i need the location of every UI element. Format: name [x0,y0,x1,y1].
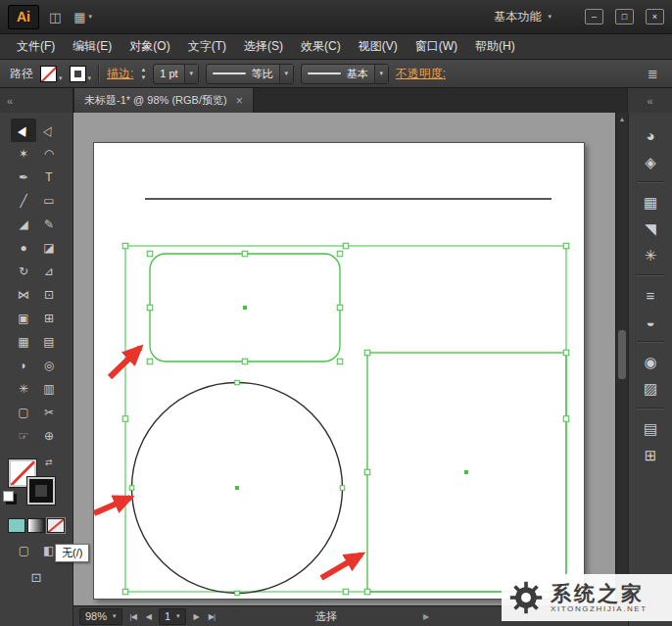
eyedropper-tool[interactable]: ◗ [11,354,36,377]
menu-window[interactable]: 窗口(W) [407,34,466,59]
menu-view[interactable]: 视图(V) [350,34,407,59]
artboard-navigation-select[interactable]: 1 ▾ [159,608,186,625]
screen-mode-button[interactable]: ⊡ [0,570,72,585]
anchor-point[interactable] [364,469,370,475]
pencil-tool[interactable]: ✎ [36,213,62,236]
selection-handle[interactable] [563,243,569,249]
control-panel-menu-icon[interactable]: ≣ [648,67,662,81]
anchor-point[interactable] [337,359,343,364]
document-tab[interactable]: 未标题-1* @ 98% (RGB/预览) × [73,88,254,113]
symbol-sprayer-tool[interactable]: ✳ [11,377,36,401]
pen-tool[interactable]: ✒ [11,166,36,189]
eraser-tool[interactable]: ◪ [36,236,62,260]
gradient-button[interactable] [27,518,45,533]
anchor-point[interactable] [147,251,153,257]
type-tool[interactable]: T [36,166,62,189]
appearance-icon[interactable]: ◉ [636,349,665,375]
menu-help[interactable]: 帮助(H) [466,34,524,59]
selection-bounding-box[interactable] [125,246,566,592]
none-button[interactable] [47,518,65,533]
launch-bridge-button[interactable]: ◫ [46,8,64,26]
selection-handle[interactable] [563,416,569,422]
color-button[interactable] [8,518,25,533]
color-guide-icon[interactable]: ◈ [636,149,665,175]
anchor-point[interactable] [235,380,240,385]
menu-type[interactable]: 文字(T) [179,34,235,59]
anchor-point[interactable] [364,589,370,595]
direct-selection-tool[interactable]: ▷ [36,119,62,142]
graphic-styles-icon[interactable]: ▨ [636,375,665,402]
column-graph-tool[interactable]: ▥ [36,377,62,401]
line-tool[interactable]: ╱ [11,189,36,213]
rotate-tool[interactable]: ↻ [11,260,36,283]
first-artboard-button[interactable]: |◀ [128,612,138,621]
gradient-tool[interactable]: ▤ [36,330,62,354]
anchor-point[interactable] [340,486,345,491]
perspective-grid-tool[interactable]: ⊞ [36,307,62,330]
scale-tool[interactable]: ⊿ [36,260,62,283]
menu-object[interactable]: 对象(O) [120,34,178,59]
zoom-level-select[interactable]: 98% ▾ [79,608,122,625]
shape-builder-tool[interactable]: ▣ [11,307,36,330]
next-artboard-button[interactable]: ▶ [192,612,201,621]
paintbrush-tool[interactable]: ◢ [11,213,36,236]
slice-tool[interactable]: ✂ [36,401,62,424]
symbols-icon[interactable]: ✳ [636,242,665,268]
canvas-area[interactable] [73,113,615,605]
anchor-point[interactable] [563,350,569,356]
anchor-point[interactable] [242,359,248,364]
anchor-point[interactable] [147,359,153,364]
menu-effect[interactable]: 效果(C) [292,34,350,59]
brushes-icon[interactable]: ◥ [636,216,665,242]
minimize-button[interactable]: – [585,9,603,24]
anchor-point[interactable] [147,305,153,311]
selection-handle[interactable] [122,589,128,595]
rectangle-tool[interactable]: ▭ [36,189,62,213]
stroke-panel-icon[interactable]: ≡ [636,282,665,309]
blend-tool[interactable]: ◎ [36,354,62,377]
close-button[interactable]: × [646,9,664,24]
selection-tool[interactable]: ▶ [11,119,36,142]
stroke-weight-stepper[interactable]: ▲ ▼ [140,67,146,80]
arrange-documents-button[interactable]: ▦ ▾ [71,8,95,26]
transparency-icon[interactable]: ◒ [636,309,665,335]
selection-handle[interactable] [343,589,349,595]
width-tool[interactable]: ⋈ [11,283,36,307]
anchor-point[interactable] [337,251,343,257]
stroke-color-button[interactable]: ▾ [70,66,92,82]
tab-close-icon[interactable]: × [236,94,243,108]
anchor-point[interactable] [242,251,248,257]
magic-wand-tool[interactable]: ✶ [11,142,36,166]
scroll-up-icon[interactable]: ▲ [616,113,628,125]
collapse-chevrons-icon[interactable]: « [647,95,652,107]
selection-handle[interactable] [122,416,128,422]
layers-icon[interactable]: ▤ [636,415,665,442]
blob-brush-tool[interactable]: ● [11,236,36,260]
stroke-weight-select[interactable]: 1 pt ▾ [153,64,198,84]
maximize-button[interactable]: □ [615,9,634,24]
stroke-panel-link[interactable]: 描边: [107,66,133,82]
scrollbar-thumb[interactable] [618,330,626,379]
workspace-switcher[interactable]: 基本功能 ▾ [486,7,559,27]
stroke-swatch[interactable] [27,477,55,505]
fill-color-button[interactable]: ▾ [40,66,63,82]
free-transform-tool[interactable]: ⊡ [36,283,62,307]
draw-behind-icon[interactable]: ◧ [43,544,54,557]
menu-edit[interactable]: 编辑(E) [64,34,120,59]
anchor-point[interactable] [129,486,134,491]
menu-file[interactable]: 文件(F) [8,34,64,59]
collapse-chevrons-icon[interactable]: « [7,95,13,107]
selection-handle[interactable] [122,243,128,249]
last-artboard-button[interactable]: ▶| [207,612,216,621]
anchor-point[interactable] [235,591,240,596]
vertical-scrollbar[interactable]: ▲ ▼ [615,113,628,605]
swap-fill-stroke-icon[interactable]: ⇄ [45,457,53,467]
previous-artboard-button[interactable]: ◀ [144,612,153,621]
draw-normal-icon[interactable]: ▢ [19,544,29,557]
artboards-icon[interactable]: ⊞ [636,442,665,468]
width-profile-select[interactable]: 等比 ▾ [206,64,294,84]
color-panel-icon[interactable]: ◕ [636,122,665,149]
menu-select[interactable]: 选择(S) [235,34,292,59]
mesh-tool[interactable]: ▦ [11,330,36,354]
anchor-point[interactable] [337,305,343,311]
